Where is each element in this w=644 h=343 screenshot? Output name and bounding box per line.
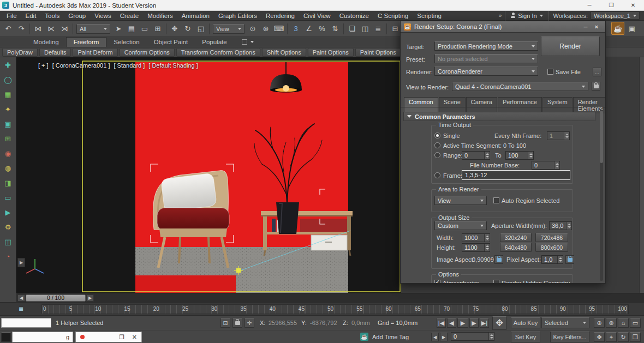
pixel-aspect-spinner[interactable]: 1,0 bbox=[541, 255, 563, 264]
viewport-shading-label[interactable]: [ Default Shading ] bbox=[148, 62, 198, 69]
tab-performance[interactable]: Performance bbox=[498, 97, 542, 113]
common-parameters-rollout[interactable]: Common Parameters bbox=[403, 112, 595, 121]
left-toolbar-icon[interactable]: ◯ bbox=[2, 74, 14, 86]
select-and-rotate-icon[interactable]: ↻ bbox=[181, 22, 194, 35]
snap-toggle-3d-icon[interactable]: 3 bbox=[289, 22, 302, 35]
chevron-down-icon[interactable] bbox=[251, 41, 254, 43]
menu-scripting[interactable]: Scripting bbox=[413, 13, 446, 19]
view-lock-button[interactable] bbox=[592, 82, 600, 91]
defaults-button[interactable]: Defaults bbox=[39, 48, 71, 57]
left-toolbar-icon[interactable]: ▣ bbox=[2, 118, 14, 130]
save-file-browse-button[interactable]: ... bbox=[593, 68, 601, 76]
next-frame-button[interactable]: ▶ bbox=[86, 294, 94, 302]
absolute-mode-icon[interactable]: ✛ bbox=[245, 318, 254, 328]
unlink-selection-icon[interactable]: ⋉ bbox=[45, 22, 58, 35]
add-time-tag-icon[interactable]: ☕ bbox=[360, 333, 368, 341]
rectangular-selection-region-icon[interactable]: ▭ bbox=[138, 22, 151, 35]
left-toolbar-icon[interactable]: ▭ bbox=[2, 191, 14, 203]
left-toolbar-icon[interactable]: ▶ bbox=[2, 206, 14, 218]
camera-viewport[interactable]: [ + ] [ CoronaCamera001 ] [ Standard ] [… bbox=[16, 57, 401, 293]
left-toolbar-icon[interactable]: ⚙ bbox=[2, 221, 14, 233]
left-toolbar-icon[interactable]: ▦ bbox=[2, 88, 14, 100]
zoom-icon[interactable]: ⊕ bbox=[594, 318, 605, 328]
frame-ruler[interactable]: 0 5 10 15 20 25 30 35 40 45 50 55 60 65 … bbox=[41, 304, 629, 314]
frame-back-button[interactable]: ◀ bbox=[431, 333, 439, 341]
menu-edit[interactable]: Edit bbox=[21, 13, 41, 19]
ribbon-tab-populate[interactable]: Populate bbox=[195, 38, 234, 47]
height-spinner[interactable]: 1100 bbox=[462, 243, 490, 252]
set-keys-plus-button[interactable]: ✥ bbox=[492, 316, 506, 330]
paint-deform-button[interactable]: Paint Deform bbox=[73, 48, 117, 57]
menu-file[interactable]: File bbox=[2, 13, 21, 19]
selection-lock-icon[interactable] bbox=[232, 318, 242, 328]
range-radio[interactable] bbox=[434, 152, 440, 158]
render-button[interactable]: Render bbox=[541, 37, 600, 56]
current-frame-spinner[interactable]: 0 bbox=[451, 332, 494, 341]
select-and-manipulate-icon[interactable]: ⊛ bbox=[259, 22, 272, 35]
polydraw-button[interactable]: PolyDraw bbox=[2, 48, 38, 57]
renderer-dropdown[interactable]: CoronaRenderer bbox=[434, 67, 538, 76]
shift-options-button[interactable]: Shift Options bbox=[262, 48, 306, 57]
area-to-render-dropdown[interactable]: View bbox=[434, 196, 487, 205]
save-file-checkbox[interactable] bbox=[547, 69, 553, 75]
time-slider[interactable]: ◀ 0 / 100 ▶ bbox=[16, 293, 644, 302]
previous-frame-button[interactable]: ◀ bbox=[447, 318, 456, 328]
render-setup-active-icon[interactable]: ☕ bbox=[611, 22, 624, 35]
dialog-scrollbar[interactable] bbox=[600, 110, 603, 281]
menu-tools[interactable]: Tools bbox=[40, 13, 64, 19]
target-dropdown[interactable]: Production Rendering Mode bbox=[434, 41, 538, 51]
next-frame-button[interactable]: ▶ bbox=[469, 318, 479, 328]
angle-snap-icon[interactable]: ∠ bbox=[302, 22, 315, 35]
minimize-button[interactable]: ─ bbox=[579, 0, 600, 11]
tab-common[interactable]: Common bbox=[404, 97, 438, 113]
add-time-tag-label[interactable]: Add Time Tag bbox=[372, 334, 409, 340]
auto-region-checkbox[interactable] bbox=[493, 197, 499, 203]
reference-coordinate-dropdown[interactable]: View bbox=[213, 24, 245, 34]
select-and-move-icon[interactable]: ✥ bbox=[168, 22, 181, 35]
spinner-arrows[interactable] bbox=[484, 244, 490, 251]
play-button[interactable]: ▶ bbox=[457, 318, 468, 328]
key-filters-button[interactable]: Key Filters... bbox=[550, 332, 589, 342]
preset-640x480-button[interactable]: 640x480 bbox=[500, 243, 532, 252]
frames-radio[interactable] bbox=[434, 172, 440, 178]
menu-civil-view[interactable]: Civil View bbox=[299, 13, 335, 19]
pixel-aspect-lock-button[interactable] bbox=[565, 255, 574, 264]
preset-720x486-button[interactable]: 720x486 bbox=[535, 233, 568, 242]
keyboard-shortcut-override-icon[interactable]: ⌨ bbox=[272, 22, 285, 35]
maximize-button[interactable]: ❐ bbox=[600, 0, 622, 11]
select-by-name-icon[interactable]: ▤ bbox=[125, 22, 138, 35]
left-toolbar-icon[interactable]: ◉ bbox=[2, 147, 14, 159]
width-spinner[interactable]: 1000 bbox=[462, 233, 490, 242]
align-icon[interactable]: ≣ bbox=[372, 22, 385, 35]
tray-icon[interactable] bbox=[1, 332, 11, 342]
menu-graph-editors[interactable]: Graph Editors bbox=[214, 13, 261, 19]
sign-in-button[interactable]: Sign In bbox=[505, 11, 548, 21]
record-icon[interactable] bbox=[80, 335, 85, 339]
left-toolbar-icon[interactable]: ⊞ bbox=[2, 133, 14, 145]
x-value[interactable]: 25966,555 bbox=[269, 320, 297, 326]
output-size-dropdown[interactable]: Custom bbox=[434, 221, 487, 230]
atmospherics-checkbox[interactable] bbox=[434, 280, 440, 284]
orbit-icon[interactable]: ↻ bbox=[618, 332, 629, 342]
left-toolbar-icon[interactable]: ◔ bbox=[2, 250, 14, 262]
menu-customize[interactable]: Customize bbox=[335, 13, 373, 19]
preset-dropdown[interactable]: No preset selected bbox=[434, 54, 538, 63]
zoom-all-icon[interactable]: ⊛ bbox=[606, 318, 617, 328]
redo-icon[interactable]: ↷ bbox=[15, 22, 28, 35]
rendered-frame-window-icon[interactable]: ▣ bbox=[625, 22, 639, 35]
z-value[interactable]: 0,0mm bbox=[351, 320, 370, 326]
menu-animation[interactable]: Animation bbox=[177, 13, 214, 19]
frames-input[interactable]: 1,3,5-12 bbox=[462, 170, 570, 180]
frame-forward-button[interactable]: ▶ bbox=[440, 333, 448, 341]
menu-c-scripting[interactable]: C Scripting bbox=[373, 13, 413, 19]
y-value[interactable]: -6376,792 bbox=[310, 320, 337, 326]
file-number-base-spinner[interactable]: 0 bbox=[532, 161, 560, 170]
maximize-viewport-icon[interactable]: ❒ bbox=[630, 332, 641, 342]
spinner-arrows[interactable] bbox=[557, 256, 563, 263]
use-pivot-point-icon[interactable]: ⊙ bbox=[246, 22, 259, 35]
track-bar-options-icon[interactable]: ≣ bbox=[19, 305, 23, 312]
zoom-extents-icon[interactable]: ⌂ bbox=[618, 318, 629, 328]
selection-filter-dropdown[interactable]: All bbox=[76, 24, 110, 34]
tab-scene[interactable]: Scene bbox=[439, 97, 466, 113]
menu-rendering[interactable]: Rendering bbox=[261, 13, 299, 19]
